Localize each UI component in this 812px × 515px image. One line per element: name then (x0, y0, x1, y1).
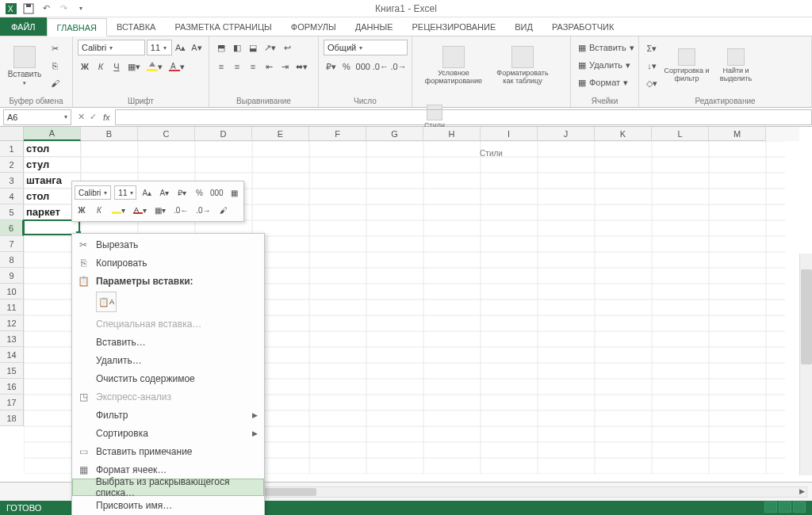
tab-review[interactable]: РЕЦЕНЗИРОВАНИЕ (402, 17, 505, 36)
tab-insert[interactable]: ВСТАВКА (107, 17, 165, 36)
wrap-text-icon[interactable]: ↩ (280, 40, 294, 55)
scrollbar-thumb[interactable] (801, 269, 812, 364)
font-color-button[interactable]: A▾ (167, 59, 187, 74)
row-header[interactable]: 13 (0, 331, 24, 347)
column-header[interactable]: F (309, 127, 366, 141)
row-header[interactable]: 7 (0, 236, 24, 252)
redo-icon[interactable]: ↷ (57, 2, 70, 15)
fill-icon[interactable]: ↓▾ (644, 58, 660, 74)
mini-increase-decimal-icon[interactable]: .0← (171, 203, 190, 217)
cell-A2[interactable]: стул (24, 157, 81, 173)
decrease-indent-icon[interactable]: ⇤ (262, 59, 276, 74)
ctx-delete[interactable]: Удалить… (72, 351, 264, 369)
underline-button[interactable]: Ч (109, 59, 124, 74)
align-bottom-icon[interactable]: ⬓ (246, 40, 260, 55)
tab-file[interactable]: ФАЙЛ (0, 17, 47, 36)
fill-color-button[interactable]: ▾ (144, 59, 165, 74)
mini-fill-color-icon[interactable]: ▾ (109, 203, 128, 217)
delete-cells-button[interactable]: ▦ Удалить ▾ (576, 57, 638, 73)
mini-percent-icon[interactable]: % (192, 185, 206, 200)
row-header[interactable]: 14 (0, 347, 24, 363)
column-header[interactable]: H (423, 127, 481, 141)
increase-font-icon[interactable]: A▴ (174, 40, 188, 55)
cut-button[interactable]: ✂ (48, 40, 62, 56)
row-header[interactable]: 6 (0, 220, 24, 236)
currency-icon[interactable]: ₽▾ (324, 59, 338, 74)
fx-label[interactable]: fx (103, 113, 110, 122)
tab-developer[interactable]: РАЗРАБОТЧИК (542, 17, 623, 36)
select-all-corner[interactable] (0, 127, 24, 141)
column-header[interactable]: M (709, 127, 766, 141)
align-right-icon[interactable]: ≡ (246, 59, 260, 74)
column-header[interactable]: B (81, 127, 138, 141)
vertical-scrollbar[interactable] (799, 254, 812, 475)
format-painter-button[interactable]: 🖌 (48, 75, 62, 91)
enter-formula-icon[interactable]: ✓ (90, 112, 97, 122)
ctx-insert-comment[interactable]: ▭Вставить примечание (72, 442, 264, 460)
row-header[interactable]: 18 (0, 410, 24, 426)
column-header[interactable]: E (252, 127, 309, 141)
tab-page-layout[interactable]: РАЗМЕТКА СТРАНИЦЫ (165, 17, 281, 36)
column-header[interactable]: I (481, 127, 538, 141)
mini-border-icon[interactable]: ▦▾ (152, 203, 168, 217)
borders-button[interactable]: ▦▾ (125, 59, 143, 74)
row-header[interactable]: 9 (0, 268, 24, 284)
ctx-filter[interactable]: Фильтр▶ (72, 406, 264, 424)
cell-A1[interactable]: стол (24, 141, 81, 157)
column-header[interactable]: J (538, 127, 595, 141)
number-format-combo[interactable]: Общий▾ (324, 40, 408, 55)
clear-icon[interactable]: ◇▾ (644, 75, 660, 91)
decrease-font-icon[interactable]: A▾ (190, 40, 204, 55)
italic-button[interactable]: К (94, 59, 108, 74)
insert-cells-button[interactable]: ▦ Вставить ▾ (576, 40, 638, 55)
mini-borders-icon[interactable]: ▦ (227, 185, 241, 200)
row-header[interactable]: 3 (0, 173, 24, 189)
row-header[interactable]: 8 (0, 252, 24, 268)
name-box[interactable]: A6▾ (3, 109, 71, 125)
align-top-icon[interactable]: ⬒ (214, 40, 228, 55)
mini-font-name[interactable]: Calibri▾ (75, 185, 111, 200)
row-header[interactable]: 17 (0, 395, 24, 410)
view-buttons[interactable] (763, 502, 806, 514)
autosum-icon[interactable]: Σ▾ (644, 40, 660, 56)
tab-home[interactable]: ГЛАВНАЯ (47, 18, 107, 36)
font-size-combo[interactable]: 11▾ (147, 40, 172, 55)
mini-decrease-font-icon[interactable]: A▾ (157, 185, 171, 200)
row-header[interactable]: 15 (0, 363, 24, 379)
percent-icon[interactable]: % (339, 59, 354, 74)
formula-input[interactable] (115, 109, 812, 125)
bold-button[interactable]: Ж (78, 59, 92, 74)
sort-filter-button[interactable]: Сортировка и фильтр (663, 40, 710, 92)
mini-bold-button[interactable]: Ж (75, 203, 89, 217)
ctx-copy[interactable]: ⎘Копировать (72, 254, 264, 272)
ctx-sort[interactable]: Сортировка▶ (72, 424, 264, 442)
decrease-decimal-icon[interactable]: .0→ (390, 59, 407, 74)
ctx-paste-default[interactable]: 📋A (96, 292, 117, 312)
mini-increase-font-icon[interactable]: A▴ (140, 185, 154, 200)
save-icon[interactable] (22, 2, 35, 15)
tab-data[interactable]: ДАННЫЕ (346, 17, 403, 36)
mini-decrease-decimal-icon[interactable]: .0→ (193, 203, 213, 217)
font-name-combo[interactable]: Calibri▾ (78, 40, 145, 55)
ctx-pick-from-list[interactable]: Выбрать из раскрывающегося списка… (72, 479, 264, 496)
cancel-formula-icon[interactable]: ✕ (78, 112, 85, 122)
column-header[interactable]: A (24, 127, 81, 141)
row-header[interactable]: 11 (0, 299, 24, 315)
align-middle-icon[interactable]: ◧ (230, 40, 244, 55)
mini-format-painter-icon[interactable]: 🖌 (216, 203, 231, 217)
row-header[interactable]: 1 (0, 141, 24, 157)
align-center-icon[interactable]: ≡ (230, 59, 244, 74)
row-header[interactable]: 12 (0, 315, 24, 331)
mini-font-size[interactable]: 11▾ (114, 185, 136, 200)
ctx-insert[interactable]: Вставить… (72, 333, 264, 351)
tab-view[interactable]: ВИД (505, 17, 542, 36)
ctx-clear-contents[interactable]: Очистить содержимое (72, 369, 264, 387)
undo-icon[interactable]: ↶ (40, 2, 52, 15)
qat-customize-icon[interactable]: ▾ (75, 2, 87, 15)
column-header[interactable]: G (366, 127, 423, 141)
column-header[interactable]: L (652, 127, 709, 141)
mini-italic-button[interactable]: К (92, 203, 106, 217)
increase-indent-icon[interactable]: ⇥ (278, 59, 292, 74)
row-header[interactable]: 4 (0, 189, 24, 204)
row-header[interactable]: 5 (0, 204, 24, 220)
